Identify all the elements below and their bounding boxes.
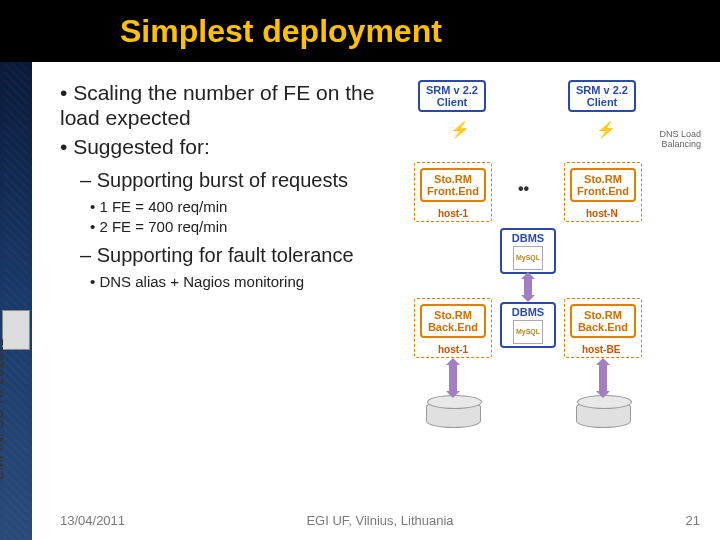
subsub-1b: 2 FE = 700 req/min (90, 218, 400, 235)
backend-box-2: Sto.RM Back.End (570, 304, 636, 338)
backend-box-1: Sto.RM Back.End (420, 304, 486, 338)
double-arrow-icon (449, 364, 457, 392)
client1-line2: Client (422, 96, 482, 108)
mysql-icon: MySQL (513, 320, 543, 344)
be1-l1: Sto.RM (424, 309, 482, 321)
host-1b-label: host-1 (438, 344, 468, 355)
bolt-icon: ⚡ (450, 120, 470, 139)
storage-cylinder-icon (576, 400, 631, 428)
fe1-l2: Front.End (424, 185, 482, 197)
dns-label: DNS LoadBalancing (646, 130, 701, 150)
bullet-2: Suggested for: (60, 134, 400, 159)
be1-l2: Back.End (424, 321, 482, 333)
host-be-label: host-BE (582, 344, 620, 355)
architecture-diagram: SRM v 2.2 Client SRM v 2.2 Client DNS Lo… (408, 80, 708, 480)
mysql-icon: MySQL (513, 246, 543, 270)
dbms-l: DBMS (504, 232, 552, 244)
storage-cylinder-icon (426, 400, 481, 428)
bolt-icon: ⚡ (596, 120, 616, 139)
frontend-box-n: Sto.RM Front.End (570, 168, 636, 202)
slide-title: Simplest deployment (120, 13, 442, 50)
client1-line1: SRM v 2.2 (422, 84, 482, 96)
subsub-1a: 1 FE = 400 req/min (90, 198, 400, 215)
bullet-1: Scaling the number of FE on the load exp… (60, 80, 400, 130)
dbms-box-top: DBMS MySQL (500, 228, 556, 274)
subbullet-1: Supporting burst of requests (80, 168, 400, 192)
slide-footer: 13/04/2011 EGI UF, Vilnius, Lithuania 21 (60, 513, 700, 528)
srm-client-box-2: SRM v 2.2 Client (568, 80, 636, 112)
fe1-l1: Sto.RM (424, 173, 482, 185)
dbms2-l: DBMS (504, 306, 552, 318)
footer-center: EGI UF, Vilnius, Lithuania (306, 513, 453, 528)
dbms-box-bottom: DBMS MySQL (500, 302, 556, 348)
double-arrow-icon (599, 364, 607, 392)
logo-block (2, 310, 30, 350)
client2-line1: SRM v 2.2 (572, 84, 632, 96)
be2-l2: Back.End (574, 321, 632, 333)
footer-page-number: 21 (686, 513, 700, 528)
feN-l1: Sto.RM (574, 173, 632, 185)
subbullet-2: Supporting for fault tolerance (80, 243, 400, 267)
title-bar: Simplest deployment (0, 0, 720, 62)
be2-l1: Sto.RM (574, 309, 632, 321)
double-arrow-icon (524, 278, 532, 296)
footer-date: 13/04/2011 (60, 513, 125, 528)
ellipsis-icon: •• (518, 180, 529, 198)
host-1-label: host-1 (438, 208, 468, 219)
srm-client-box-1: SRM v 2.2 Client (418, 80, 486, 112)
project-id-label: EMI INFSO-RI-261611 (0, 338, 6, 480)
host-n-label: host-N (586, 208, 618, 219)
bullet-content: Scaling the number of FE on the load exp… (50, 80, 400, 298)
feN-l2: Front.End (574, 185, 632, 197)
subsub-2a: DNS alias + Nagios monitoring (90, 273, 400, 290)
client2-line2: Client (572, 96, 632, 108)
frontend-box-1: Sto.RM Front.End (420, 168, 486, 202)
